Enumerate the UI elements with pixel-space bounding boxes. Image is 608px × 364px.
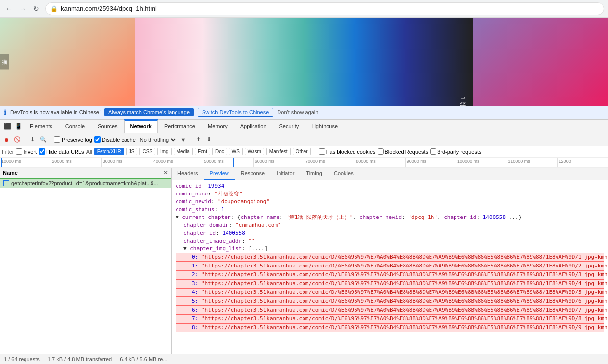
marker-110000: 110000 ms bbox=[507, 158, 557, 167]
toolbar-separator-3 bbox=[191, 136, 191, 143]
timeline-left-line bbox=[1, 158, 2, 167]
device-icon[interactable]: 📱 bbox=[13, 121, 24, 132]
request-name: getchapterinfov2?product_id=1&productnam… bbox=[11, 180, 158, 186]
marker-30000: 30000 ms bbox=[101, 158, 152, 167]
other-button[interactable]: Other bbox=[293, 148, 311, 155]
json-line-chapter-domain: chapter_domain: "cnmanhua.com" bbox=[176, 221, 604, 229]
wasm-button[interactable]: Wasm bbox=[245, 148, 264, 155]
blocked-cookies-input[interactable] bbox=[319, 148, 325, 155]
address-bar[interactable]: 🔒 kanman.com/25934/dpcq_1h.html bbox=[45, 2, 604, 15]
request-list-header: Name ✕ bbox=[0, 168, 171, 178]
tab-performance[interactable]: Performance bbox=[158, 120, 202, 133]
chapter-text: 第1回 隕落的 bbox=[458, 97, 467, 102]
json-line-chapter-image-addr: chapter_image_addr: "" bbox=[176, 237, 604, 245]
hide-data-urls-input[interactable] bbox=[39, 148, 45, 155]
doc-button[interactable]: Doc bbox=[212, 148, 227, 155]
tab-sources[interactable]: Sources bbox=[91, 120, 124, 133]
filter-button[interactable]: ⬇ bbox=[28, 135, 37, 144]
tab-console[interactable]: Console bbox=[59, 120, 91, 133]
tab-elements[interactable]: Elements bbox=[24, 120, 59, 133]
detail-tab-headers[interactable]: Headers bbox=[172, 168, 204, 180]
hide-data-urls-checkbox[interactable]: Hide data URLs bbox=[39, 148, 84, 155]
blocked-cookies-checkbox[interactable]: Has blocked cookies bbox=[319, 148, 376, 155]
clear-button[interactable]: 🚫 bbox=[13, 135, 22, 144]
status-bar: 1 / 64 requests 1.7 kB / 4.8 MB transfer… bbox=[0, 354, 608, 364]
devtools-tab-bar: ⬛ 📱 Elements Console Sources Network Per… bbox=[0, 120, 608, 133]
invert-checkbox[interactable]: Invert bbox=[16, 148, 37, 155]
requests-count: 1 / 64 requests bbox=[4, 356, 40, 362]
tab-memory[interactable]: Memory bbox=[202, 120, 234, 133]
upload-icon[interactable]: ⬆ bbox=[194, 135, 203, 144]
js-button[interactable]: JS bbox=[126, 148, 138, 155]
filter-label: Filter bbox=[2, 149, 14, 155]
invert-input[interactable] bbox=[16, 148, 22, 155]
json-line-img-5: 5: "https://chapter3.51kanmanhua.com/com… bbox=[176, 297, 604, 306]
record-button[interactable]: ⏺ bbox=[2, 135, 11, 144]
disable-cache-checkbox[interactable]: Disable cache bbox=[94, 136, 136, 143]
blocked-requests-checkbox[interactable]: Blocked Requests bbox=[378, 148, 429, 155]
tab-lighthouse[interactable]: Lighthouse bbox=[305, 120, 344, 133]
network-toolbar: ⏺ 🚫 ⬇ 🔍 Preserve log Disable cache No th… bbox=[0, 133, 608, 146]
css-button[interactable]: CSS bbox=[139, 148, 155, 155]
json-line-img-6: 6: "https://chapter3.51kanmanhua.com/com… bbox=[176, 306, 604, 315]
throttle-arrow[interactable]: ▼ bbox=[179, 135, 188, 144]
switch-to-chinese-button[interactable]: Switch DevTools to Chinese bbox=[198, 108, 273, 117]
toolbar-separator-2 bbox=[51, 136, 51, 143]
manifest-button[interactable]: Manifest bbox=[266, 148, 291, 155]
inspect-icon[interactable]: ⬛ bbox=[2, 121, 13, 132]
blocked-requests-input[interactable] bbox=[378, 148, 384, 155]
close-detail-button[interactable]: ✕ bbox=[163, 170, 168, 176]
timeline-bar: 10000 ms 20000 ms 30000 ms 40000 ms 5000… bbox=[0, 158, 608, 168]
json-line-comic-status: comic_status: 1 bbox=[176, 206, 604, 214]
timeline-right-line bbox=[233, 158, 234, 167]
preserve-log-checkbox[interactable]: Preserve log bbox=[54, 136, 92, 143]
json-line-chapter-img-list[interactable]: ▼ chapter_img_list: [,...] bbox=[176, 245, 604, 253]
back-button[interactable]: ← bbox=[4, 4, 14, 14]
media-button[interactable]: Media bbox=[174, 148, 193, 155]
search-button[interactable]: 🔍 bbox=[39, 135, 48, 144]
json-line-chapter-id: chapter_id: 1400558 bbox=[176, 229, 604, 237]
tab-network[interactable]: Network bbox=[124, 120, 158, 133]
ws-button[interactable]: WS bbox=[229, 148, 243, 155]
detail-tab-preview[interactable]: Preview bbox=[204, 168, 235, 180]
main-panel: Name ✕ getchapterinfov2?product_id=1&pro… bbox=[0, 168, 608, 354]
sidebar-icon: 猫 bbox=[0, 54, 9, 70]
resources-size: 6.4 kB / 5.6 MB re... bbox=[120, 356, 167, 362]
detail-tab-initiator[interactable]: Initiator bbox=[271, 168, 300, 180]
marker-40000: 40000 ms bbox=[152, 158, 203, 167]
third-party-input[interactable] bbox=[430, 148, 436, 155]
detail-tab-timing[interactable]: Timing bbox=[300, 168, 328, 180]
marker-80000: 80000 ms bbox=[355, 158, 405, 167]
manga-banner: 1/13 猫 第1回 隕落的 bbox=[0, 18, 608, 106]
font-button[interactable]: Font bbox=[195, 148, 210, 155]
request-list: Name ✕ getchapterinfov2?product_id=1&pro… bbox=[0, 168, 172, 354]
page-content: 1/13 猫 第1回 隕落的 bbox=[0, 18, 608, 106]
request-item[interactable]: getchapterinfov2?product_id=1&productnam… bbox=[0, 178, 171, 188]
forward-button[interactable]: → bbox=[18, 4, 27, 14]
fetch-xhr-button[interactable]: Fetch/XHR bbox=[94, 148, 124, 155]
preserve-log-input[interactable] bbox=[54, 136, 60, 143]
devtools-info-bar: ℹ DevTools is now available in Chinese! … bbox=[0, 106, 608, 119]
dont-show-again-button[interactable]: Don't show again bbox=[277, 109, 318, 115]
detail-tab-response[interactable]: Response bbox=[235, 168, 271, 180]
marker-60000: 60000 ms bbox=[253, 158, 304, 167]
download-icon[interactable]: ⬇ bbox=[205, 135, 214, 144]
tab-security[interactable]: Security bbox=[273, 120, 305, 133]
json-line-img-7: 7: "https://chapter3.51kanmanhua.com/com… bbox=[176, 315, 604, 323]
json-line-comic-id: comic_id: 19934 bbox=[176, 182, 604, 190]
img-button[interactable]: Img bbox=[157, 148, 172, 155]
throttle-select[interactable]: No throttling Fast 3G Slow 3G Offline bbox=[138, 136, 177, 143]
all-label[interactable]: All bbox=[86, 149, 92, 155]
json-line-current-chapter[interactable]: ▼ current_chapter: {chapter_name: "第1话 陨… bbox=[176, 214, 604, 221]
match-language-button[interactable]: Always match Chrome's language bbox=[104, 108, 194, 116]
json-line-img-1: 1: "https://chapter3.51kanmanhua.com/com… bbox=[176, 262, 604, 270]
refresh-button[interactable]: ↻ bbox=[31, 4, 41, 14]
disable-cache-input[interactable] bbox=[94, 136, 101, 143]
filter-bar: Filter Invert Hide data URLs All Fetch/X… bbox=[0, 146, 608, 158]
marker-90000: 90000 ms bbox=[405, 158, 456, 167]
third-party-checkbox[interactable]: 3rd-party requests bbox=[430, 148, 481, 155]
detail-tab-cookies[interactable]: Cookies bbox=[328, 168, 359, 180]
marker-70000: 70000 ms bbox=[304, 158, 355, 167]
timeline-markers: 10000 ms 20000 ms 30000 ms 40000 ms 5000… bbox=[0, 158, 608, 167]
tab-application[interactable]: Application bbox=[234, 120, 273, 133]
